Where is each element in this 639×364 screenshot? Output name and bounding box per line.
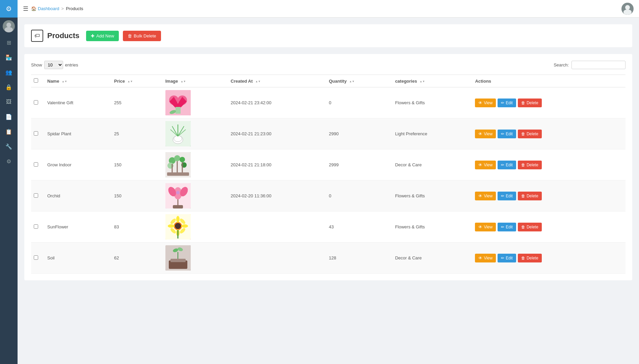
svg-point-39: [168, 224, 175, 228]
sidebar-user-avatar[interactable]: [3, 20, 15, 32]
row-checkbox[interactable]: [34, 131, 38, 136]
entries-select[interactable]: 10 25 50 100: [44, 61, 63, 69]
trash-icon: 🗑: [521, 225, 525, 229]
breadcrumb-home-link[interactable]: 🏠 Dashboard: [31, 6, 59, 11]
view-label: View: [484, 225, 492, 229]
sidebar-item-reports[interactable]: 📋: [0, 124, 18, 139]
view-button[interactable]: 👁 View: [475, 99, 496, 107]
edit-button[interactable]: ✏ Edit: [498, 99, 516, 107]
delete-button[interactable]: 🗑 Delete: [518, 254, 542, 262]
plus-icon: ✚: [91, 33, 95, 38]
search-input[interactable]: [571, 61, 625, 69]
edit-icon: ✏: [501, 101, 504, 105]
view-button[interactable]: 👁 View: [475, 254, 496, 262]
header-name: Name ▲▼: [45, 75, 111, 87]
breadcrumb: 🏠 Dashboard > Products: [31, 6, 83, 11]
delete-button[interactable]: 🗑 Delete: [518, 99, 542, 107]
table-row: Soil 62 128 Decor & Care 👁 View ✏ Edit 🗑: [31, 243, 625, 274]
hamburger-menu[interactable]: ☰: [23, 5, 28, 12]
row-checkbox[interactable]: [34, 193, 38, 198]
delete-button[interactable]: 🗑 Delete: [518, 223, 542, 231]
breadcrumb-separator: >: [61, 6, 64, 11]
edit-label: Edit: [506, 225, 513, 229]
svg-point-1: [5, 27, 13, 32]
header-price: Price ▲▼: [111, 75, 163, 87]
row-price: 25: [111, 118, 163, 149]
edit-label: Edit: [506, 194, 513, 198]
product-image: [165, 214, 191, 240]
sidebar-item-document[interactable]: 📄: [0, 109, 18, 124]
edit-icon: ✏: [501, 132, 504, 136]
row-image: [163, 180, 228, 212]
svg-point-2: [625, 5, 630, 10]
row-price: 255: [111, 87, 163, 118]
dashboard-icon: ⊞: [7, 39, 11, 46]
row-categories: Decor & Care: [392, 149, 472, 180]
breadcrumb-current: Products: [66, 6, 83, 11]
sidebar-item-dashboard[interactable]: ⊞: [0, 35, 18, 50]
sidebar-item-users[interactable]: 👥: [0, 65, 18, 80]
sidebar-item-photo[interactable]: 🖼: [0, 94, 18, 109]
row-checkbox[interactable]: [34, 255, 38, 260]
svg-rect-27: [167, 172, 189, 176]
edit-button[interactable]: ✏ Edit: [498, 130, 516, 138]
row-checkbox-cell: [31, 180, 45, 212]
edit-button[interactable]: ✏ Edit: [498, 254, 516, 262]
bulk-delete-button[interactable]: 🗑 Bulk Delete: [123, 31, 161, 41]
add-new-button[interactable]: ✚ Add New: [86, 31, 119, 41]
edit-button[interactable]: ✏ Edit: [498, 223, 516, 231]
row-price: 62: [111, 243, 163, 274]
row-checkbox-cell: [31, 243, 45, 274]
row-checkbox[interactable]: [34, 100, 38, 105]
view-button[interactable]: 👁 View: [475, 223, 496, 231]
row-checkbox-cell: [31, 118, 45, 149]
eye-icon: 👁: [478, 132, 482, 136]
sort-categories-icon[interactable]: ▲▼: [420, 80, 425, 83]
select-all-checkbox[interactable]: [34, 78, 38, 83]
row-created-at: [228, 243, 326, 274]
row-checkbox[interactable]: [34, 162, 38, 167]
sidebar-item-settings[interactable]: ⚙: [0, 154, 18, 169]
sort-image-icon[interactable]: ▲▼: [181, 80, 186, 83]
product-image: [165, 245, 191, 271]
row-name: Grow Indoor: [45, 149, 111, 180]
edit-button[interactable]: ✏ Edit: [498, 161, 516, 169]
sidebar-item-tools[interactable]: 🔧: [0, 139, 18, 154]
product-image: [165, 90, 191, 115]
delete-button[interactable]: 🗑 Delete: [518, 192, 542, 200]
row-quantity: 128: [326, 243, 392, 274]
action-buttons: 👁 View ✏ Edit 🗑 Delete: [475, 192, 623, 200]
row-checkbox[interactable]: [34, 224, 38, 229]
view-button[interactable]: 👁 View: [475, 130, 496, 138]
topbar-user-avatar[interactable]: [621, 3, 634, 15]
edit-label: Edit: [506, 163, 513, 167]
main-content: ☰ 🏠 Dashboard > Products 🏷 Products ✚: [18, 0, 639, 364]
action-buttons: 👁 View ✏ Edit 🗑 Delete: [475, 254, 623, 262]
tools-icon: 🔧: [5, 143, 12, 150]
view-button[interactable]: 👁 View: [475, 161, 496, 169]
row-quantity: 2999: [326, 149, 392, 180]
sidebar-item-lock[interactable]: 🔒: [0, 80, 18, 94]
view-button[interactable]: 👁 View: [475, 192, 496, 200]
edit-button[interactable]: ✏ Edit: [498, 192, 516, 200]
row-price: 150: [111, 180, 163, 212]
edit-icon: ✏: [501, 225, 504, 229]
sidebar-item-store[interactable]: 🏪: [0, 50, 18, 65]
bulk-delete-label: Bulk Delete: [134, 33, 156, 38]
delete-button[interactable]: 🗑 Delete: [518, 161, 542, 169]
sort-price-icon[interactable]: ▲▼: [128, 80, 133, 83]
sort-quantity-icon[interactable]: ▲▼: [349, 80, 355, 83]
edit-label: Edit: [506, 256, 513, 260]
row-created-at: 2024-02-20 11:36:00: [228, 180, 326, 212]
settings-icon: ⚙: [6, 158, 11, 165]
delete-label: Delete: [527, 256, 538, 260]
row-actions: 👁 View ✏ Edit 🗑 Delete: [472, 243, 625, 274]
delete-button[interactable]: 🗑 Delete: [518, 130, 542, 138]
sort-name-icon[interactable]: ▲▼: [62, 80, 67, 83]
row-quantity: 43: [326, 212, 392, 243]
svg-rect-49: [170, 259, 186, 262]
sort-created-icon[interactable]: ▲▼: [255, 80, 261, 83]
table-row: SunFlower 83 43 Flowers & Gifts 👁 View ✏…: [31, 212, 625, 243]
row-quantity: 2990: [326, 118, 392, 149]
tag-icon: 🏷: [34, 33, 40, 39]
